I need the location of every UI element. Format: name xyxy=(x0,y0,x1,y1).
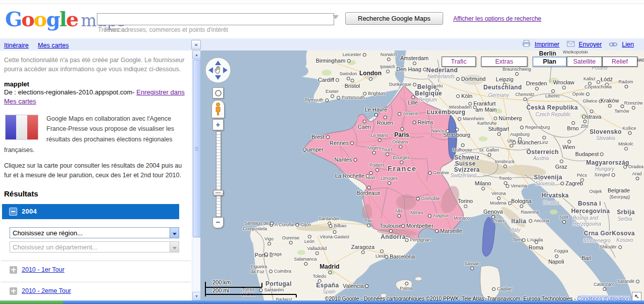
city-dot xyxy=(560,160,563,163)
city-dot xyxy=(384,116,387,119)
city-dot xyxy=(562,86,566,89)
city-dot xyxy=(520,205,523,208)
collapse-minus-icon[interactable] xyxy=(9,208,17,216)
city-dot xyxy=(635,177,639,180)
relief-button[interactable]: Relief xyxy=(602,57,637,67)
pan-control[interactable] xyxy=(205,57,231,83)
map-label: Bourges xyxy=(393,155,410,160)
city-dot xyxy=(413,83,416,86)
lien-link[interactable]: Lien xyxy=(622,41,634,48)
scrollbar-down-arrow[interactable]: ▼ xyxy=(192,292,201,300)
last-result-button[interactable] xyxy=(212,87,224,98)
map-label: Slovenia xyxy=(535,181,555,186)
plan-button[interactable]: Plan xyxy=(532,57,567,67)
street-view-pegman[interactable] xyxy=(211,100,225,118)
search-history-dropdown-icon[interactable] xyxy=(333,15,339,19)
city-dot xyxy=(326,135,330,139)
map-label: am Main xyxy=(475,107,497,113)
tour1-2010-link[interactable]: 2010 - 1er Tour xyxy=(22,266,65,273)
sidebar: Cette fonctionnalité n'a pas été créée p… xyxy=(0,50,192,300)
map-label: Crna Gora xyxy=(584,230,615,237)
scrollbar-thumb[interactable] xyxy=(193,60,201,237)
map-label: Kalisz xyxy=(583,76,596,81)
city-dot xyxy=(387,58,391,61)
map-label: Serbia xyxy=(618,216,632,222)
city-dot xyxy=(269,270,273,273)
region-select[interactable]: Choisissez une région... xyxy=(10,227,179,238)
progress-green-segment xyxy=(0,300,63,304)
envoyer-link[interactable]: Envoyer xyxy=(579,41,602,48)
map-label: Gijón xyxy=(300,222,311,227)
map-label: München xyxy=(517,139,540,145)
map-label: Quimper xyxy=(302,146,324,153)
map-label: Valencia xyxy=(343,283,363,289)
page-progress-bar xyxy=(0,300,644,304)
city-dot xyxy=(435,229,439,233)
search-button[interactable]: Recherche Google Maps xyxy=(345,12,443,25)
extras-button[interactable]: Extras xyxy=(481,57,527,67)
city-dot xyxy=(458,117,461,121)
map-label: Ourense xyxy=(282,235,300,240)
mes-cartes-link[interactable]: Mes cartes xyxy=(38,42,69,49)
scale-mi-label: 200 mi xyxy=(212,287,229,293)
city-dot xyxy=(470,267,474,270)
mapplet-notice: Cette fonctionnalité n'a pas été créée p… xyxy=(4,56,185,74)
map-label: Leicester xyxy=(343,52,361,57)
section-2004-label: 2004 xyxy=(22,208,37,215)
departement-select: Choisissez un département... xyxy=(10,241,179,252)
city-dot xyxy=(624,147,628,150)
section-2004-bar[interactable]: 2004 xyxy=(2,204,179,219)
trafic-button[interactable]: Trafic xyxy=(442,57,476,67)
city-dot xyxy=(412,121,416,124)
itineraire-link[interactable]: Itinéraire xyxy=(4,42,29,49)
city-dot xyxy=(512,141,516,144)
city-dot xyxy=(600,153,604,156)
search-options-link[interactable]: Afficher les options de recherche xyxy=(453,15,542,22)
map-label: Netherlands xyxy=(427,74,455,79)
map-canvas[interactable]: LeicesterNorwichBirminghamIpswichSwindon… xyxy=(200,50,644,304)
instructions-text: Cliquez sur la carte pour consulter les … xyxy=(4,161,185,180)
map-label: Palma xyxy=(400,286,413,291)
city-dot xyxy=(386,70,390,73)
city-dot xyxy=(503,165,507,168)
expand-plus-icon[interactable] xyxy=(10,287,17,295)
map-label: Bordeaux xyxy=(356,190,380,196)
region-select-arrow-icon[interactable] xyxy=(170,228,179,238)
map-label: Budapest xyxy=(575,151,599,157)
city-dot xyxy=(522,238,525,242)
city-dot xyxy=(618,245,622,249)
zoom-out-button[interactable]: − xyxy=(212,217,224,228)
toolbar: Itinéraire Mes cartes Imprimer Envoyer L… xyxy=(0,38,644,51)
city-dot xyxy=(328,271,332,274)
scrollbar-up-arrow[interactable]: ▲ xyxy=(192,50,201,59)
city-dot xyxy=(561,182,564,185)
map-label: Genève xyxy=(433,170,449,175)
imprimer-link[interactable]: Imprimer xyxy=(534,41,559,48)
city-dot xyxy=(365,284,369,288)
tour2-2010-link[interactable]: 2010 - 2eme Tour xyxy=(22,287,71,294)
expand-plus-icon[interactable] xyxy=(10,266,17,274)
map-label: Trento xyxy=(499,176,512,181)
zoom-slider-track[interactable] xyxy=(216,131,221,217)
map-label: Srbija xyxy=(617,209,635,216)
map-label: Modena xyxy=(490,200,507,206)
map-label: Magyarország xyxy=(586,159,629,166)
search-input[interactable] xyxy=(97,13,334,25)
logo-google-word: Google xyxy=(5,7,78,31)
city-dot xyxy=(523,97,527,101)
city-dot xyxy=(506,184,509,188)
map-label: Graz xyxy=(555,164,567,170)
zoom-slider-handle[interactable] xyxy=(213,190,224,196)
map-label: Italia xyxy=(511,218,526,225)
map-label: Brighton xyxy=(368,91,385,96)
city-dot xyxy=(461,143,464,147)
satellite-button[interactable]: Satellite xyxy=(567,57,602,67)
zoom-in-button[interactable]: + xyxy=(212,119,224,130)
sidebar-collapse-button[interactable]: « xyxy=(191,40,201,49)
mapplet-source: De : elections-regionales-2010.appspot.c… xyxy=(4,88,185,106)
map-label: Slovensko xyxy=(589,128,622,135)
map-label: Germany xyxy=(488,92,509,98)
region-select-value: Choisissez une région... xyxy=(13,229,83,237)
map-label: Vigo xyxy=(264,236,274,241)
divider xyxy=(1,282,191,282)
